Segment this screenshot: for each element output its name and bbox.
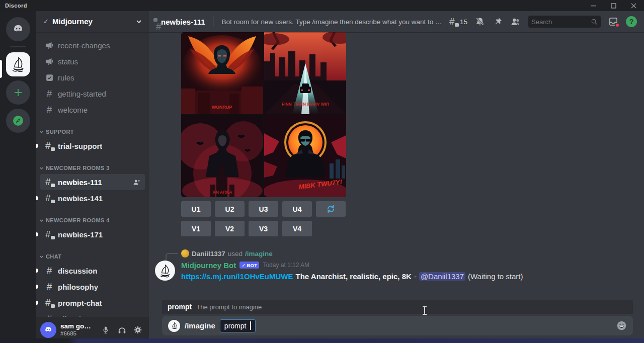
server-name: Midjourney — [52, 17, 93, 26]
message-input[interactable]: /imagine prompt — [162, 316, 633, 335]
generated-image-3[interactable]: AN ARKA — [181, 115, 263, 197]
channel-limit-indicator[interactable]: # 15 — [449, 17, 467, 27]
sidebar-item-welcome[interactable]: # welcome — [40, 102, 145, 118]
member-list-icon[interactable] — [510, 17, 521, 27]
variation-v4-button[interactable]: V4 — [282, 221, 312, 236]
text-caret — [250, 321, 251, 330]
sidebar-item-newbies-111[interactable]: # newbies-111 — [40, 174, 145, 190]
reply-command[interactable]: /imagine — [245, 250, 273, 258]
midjourney-image-grid[interactable]: WUNRUP — [181, 32, 346, 197]
chevron-down-icon — [136, 19, 142, 25]
prompt-link[interactable]: https://s.mj.run/l1OHvEuMUWE — [181, 272, 293, 281]
channel-label: philosophy — [58, 283, 98, 291]
upscale-u2-button[interactable]: U2 — [215, 201, 245, 217]
generated-image-2[interactable]: FINN TIANN MARV WIR — [264, 32, 346, 114]
sidebar-item-status[interactable]: status — [40, 53, 145, 69]
category-newcomer-rooms-4[interactable]: NEWCOMER ROOMS 4 — [36, 214, 149, 226]
hint-option-name: prompt — [168, 303, 192, 311]
mic-button[interactable] — [99, 323, 113, 337]
channel-label: recent-changes — [58, 41, 110, 50]
variation-v2-button[interactable]: V2 — [215, 221, 245, 236]
sidebar-item-trial-support[interactable]: # trial-support — [40, 138, 145, 154]
server-rail — [0, 11, 36, 343]
user-avatar[interactable] — [40, 322, 56, 338]
hash-icon: # — [44, 314, 54, 317]
invite-people-icon[interactable] — [132, 178, 141, 187]
hash-limited-icon: # — [44, 193, 54, 203]
app-title: Discord — [5, 3, 27, 9]
message-content: https://s.mj.run/l1OHvEuMUWE The Anarchi… — [181, 272, 644, 281]
search-input[interactable] — [531, 18, 589, 26]
sidebar-item-newbies-141[interactable]: # newbies-141 — [40, 190, 145, 206]
maximize-button[interactable] — [610, 2, 617, 9]
unread-indicator — [36, 269, 38, 273]
search-box[interactable] — [528, 16, 601, 28]
status-text: (Waiting to start) — [468, 272, 523, 281]
compass-icon — [12, 114, 25, 127]
svg-text:AN ARKA: AN ARKA — [213, 190, 232, 195]
reroll-button[interactable] — [316, 201, 346, 217]
message-list[interactable]: WUNRUP — [149, 32, 644, 299]
variation-button-row: V1 V2 V3 V4 — [181, 221, 644, 236]
category-chat[interactable]: CHAT — [36, 250, 149, 263]
server-icon-midjourney[interactable] — [6, 52, 30, 76]
category-newcomer-rooms-3[interactable]: NEWCOMER ROOMS 3 — [36, 162, 149, 174]
category-label: SUPPORT — [46, 129, 74, 135]
check-icon: ✓ — [242, 263, 246, 268]
midjourney-bot-avatar[interactable] — [155, 261, 175, 281]
hash-limited-icon: # — [44, 298, 54, 308]
settings-gear-button[interactable] — [131, 323, 145, 337]
upscale-u1-button[interactable]: U1 — [181, 201, 211, 217]
pinned-messages-icon[interactable] — [493, 17, 503, 27]
home-button[interactable] — [6, 17, 30, 41]
bot-author-name[interactable]: Midjourney Bot — [181, 261, 236, 270]
help-button[interactable]: ? — [626, 16, 637, 27]
sidebar-item-getting-started[interactable]: # getting-started — [40, 85, 145, 102]
background-window-edge — [0, 338, 644, 343]
hash-icon: # — [44, 89, 54, 99]
sidebar-item-prompt-chat[interactable]: # prompt-chat — [40, 295, 145, 311]
inbox-button[interactable] — [608, 17, 618, 27]
sidebar-item-rules[interactable]: rules — [40, 69, 145, 85]
unread-indicator — [36, 285, 38, 289]
sidebar-item-recent-changes[interactable]: recent-changes — [40, 37, 145, 53]
reply-context[interactable]: Daniil1337 used /imagine — [181, 248, 644, 259]
command-bot-avatar — [168, 320, 180, 332]
sailboat-icon — [156, 262, 174, 279]
announcement-icon — [44, 56, 54, 66]
upscale-u4-button[interactable]: U4 — [282, 201, 312, 217]
sidebar-item-discussion[interactable]: # discussion — [40, 263, 145, 279]
channel-label: welcome — [58, 106, 88, 114]
channel-topic[interactable]: Bot room for new users. Type /imagine th… — [222, 18, 443, 26]
headphones-button[interactable] — [115, 323, 129, 337]
emoji-icon — [616, 320, 627, 331]
variation-v1-button[interactable]: V1 — [181, 221, 211, 236]
notifications-muted-icon[interactable] — [475, 17, 485, 27]
server-header[interactable]: ✓ Midjourney — [36, 11, 149, 32]
explore-servers-button[interactable] — [6, 109, 30, 133]
category-label: NEWCOMER ROOMS 3 — [46, 165, 110, 171]
variation-v3-button[interactable]: V3 — [249, 221, 278, 236]
emoji-picker-button[interactable] — [616, 320, 627, 331]
add-server-button[interactable] — [6, 80, 30, 105]
reply-username[interactable]: Daniil1337 — [192, 250, 225, 258]
minimize-button[interactable] — [590, 2, 597, 9]
upscale-u3-button[interactable]: U3 — [249, 201, 278, 217]
chevron-down-icon — [39, 254, 44, 259]
category-support[interactable]: SUPPORT — [36, 126, 149, 138]
sidebar-item-philosophy[interactable]: # philosophy — [40, 279, 145, 295]
generated-image-4[interactable]: MIBK TWU7Y! — [264, 115, 346, 197]
sidebar-item-off-topic[interactable]: # off-topic — [40, 311, 145, 317]
separator: - — [414, 272, 417, 281]
sailboat-icon — [170, 321, 179, 330]
channel-label: rules — [58, 73, 74, 82]
command-option-pill[interactable]: prompt — [220, 319, 256, 332]
reply-user-avatar[interactable] — [181, 249, 189, 258]
channel-label: newbies-171 — [58, 230, 103, 239]
sidebar-item-newbies-171[interactable]: # newbies-171 — [40, 226, 145, 242]
generated-image-1[interactable]: WUNRUP — [181, 32, 263, 114]
channel-header: # newbies-111 Bot room for new users. Ty… — [149, 11, 644, 32]
close-button[interactable] — [630, 2, 637, 9]
user-mention[interactable]: @Daniil1337 — [419, 272, 465, 281]
composer: prompt The prompt to imagine /imagine pr… — [162, 300, 633, 335]
